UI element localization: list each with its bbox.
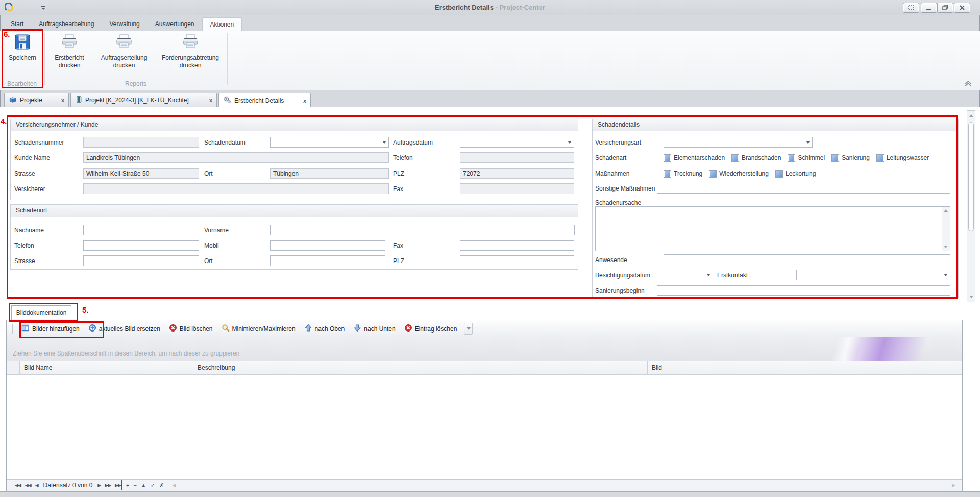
doc-tab-projekte[interactable]: Projekte x: [4, 93, 69, 107]
kunde-plz-input[interactable]: [460, 168, 574, 179]
edit-record-button[interactable]: ▲: [141, 480, 146, 490]
schadenort-fax-input[interactable]: [460, 240, 574, 251]
ribbon-tab-verwaltung[interactable]: Verwaltung: [102, 17, 147, 31]
versicherer-input[interactable]: [83, 183, 389, 194]
schadenort-telefon-input[interactable]: [83, 240, 199, 251]
besichtigungsdatum-combo[interactable]: [657, 270, 713, 280]
restore-button[interactable]: [937, 3, 953, 13]
cancel-edit-button[interactable]: ✗: [159, 480, 164, 490]
fullscreen-button[interactable]: [903, 3, 919, 13]
prev-record-button[interactable]: ◀: [35, 480, 38, 490]
scroll-right-button[interactable]: ▶: [952, 480, 955, 490]
doc-tab-projekt[interactable]: Projekt [K_2024-3] [K_LK-TÜ_Kirchte] x: [70, 93, 217, 107]
speichern-button[interactable]: Speichern: [2, 32, 43, 79]
column-header-bild-name[interactable]: Bild Name: [20, 361, 193, 375]
schadenort-ort-label: Ort: [204, 255, 213, 267]
bilddokumentation-tab[interactable]: Bilddokumentation: [11, 305, 71, 320]
first-record-button[interactable]: ◀◀: [14, 480, 21, 490]
vorname-input[interactable]: [270, 225, 575, 235]
ribbon-group-reports: Reports: [45, 79, 227, 89]
ribbon-tab-aktionen[interactable]: Aktionen: [202, 17, 242, 31]
kunde-telefon-input[interactable]: [460, 152, 574, 163]
versicherungsart-label: Versicherungsart: [595, 137, 641, 148]
checkbox-trocknung[interactable]: Trocknung: [664, 170, 702, 178]
chevron-down-icon[interactable]: [565, 137, 574, 147]
erstbericht-form: Versicherungsnehmer / Kunde Schadensnumm…: [0, 107, 980, 302]
auftragserteilung-drucken-button[interactable]: Auftragserteilung drucken: [94, 32, 154, 79]
checkbox-schimmel[interactable]: Schimmel: [788, 154, 825, 162]
bild-ersetzen-button[interactable]: aktuelles Bild ersetzen: [85, 322, 164, 336]
chevron-down-icon[interactable]: [941, 270, 950, 280]
last-record-button[interactable]: ▶▶: [115, 480, 122, 490]
memo-scrollbar[interactable]: [942, 207, 950, 251]
auftragsdatum-combo[interactable]: [460, 137, 574, 148]
checkbox-elementarschaden[interactable]: Elementarschaden: [664, 154, 725, 162]
group-by-bar[interactable]: Ziehen Sie eine Spaltenüberschrift in di…: [7, 337, 962, 362]
checkbox-leckortung[interactable]: Leckortung: [775, 170, 816, 178]
collapse-ribbon-icon[interactable]: [964, 80, 973, 89]
sanierungsbeginn-input[interactable]: [657, 285, 950, 296]
ribbon-tab-auftragsbearbeitung[interactable]: Auftragsbearbeitung: [31, 17, 102, 31]
schadenort-plz-input[interactable]: [460, 255, 574, 266]
vorname-label: Vorname: [204, 225, 229, 236]
scroll-left-button[interactable]: ◀: [172, 480, 175, 490]
erstbericht-drucken-button[interactable]: Erstbericht drucken: [46, 32, 93, 79]
grid-body-empty[interactable]: [7, 375, 962, 480]
toolbar-grip-handle[interactable]: [10, 324, 13, 334]
scrollbar-down-icon[interactable]: [969, 296, 973, 298]
column-header-beschreibung[interactable]: Beschreibung: [193, 361, 648, 375]
checkbox-wiederherstellung[interactable]: Wiederherstellung: [709, 170, 769, 178]
schadenort-strasse-input[interactable]: [83, 255, 199, 266]
chevron-down-icon[interactable]: [380, 137, 388, 147]
checkbox-leitungswasser[interactable]: Leitungswasser: [876, 154, 929, 162]
next-record-button[interactable]: ▶: [97, 480, 101, 490]
kunde-fax-input[interactable]: [460, 183, 574, 194]
chevron-down-icon[interactable]: [803, 137, 812, 147]
schadendatum-combo[interactable]: [270, 137, 389, 148]
scroll-down-icon[interactable]: [944, 246, 948, 248]
scrollbar-thumb[interactable]: [968, 122, 974, 231]
schadenursache-textarea[interactable]: [595, 206, 950, 251]
schadenort-ort-input[interactable]: [270, 255, 385, 266]
bilder-hinzufuegen-button[interactable]: Bilder hinzufügen: [18, 322, 83, 336]
ribbon-tab-start[interactable]: Start: [3, 17, 31, 31]
next-page-button[interactable]: ▶▶: [105, 480, 111, 490]
checkbox-sanierung[interactable]: Sanierung: [831, 154, 870, 162]
anwesende-input[interactable]: [664, 254, 950, 265]
sonstige-massnahmen-input[interactable]: [657, 183, 950, 194]
scroll-up-icon[interactable]: [944, 209, 948, 212]
record-navigator: ◀◀ ◀◀ ◀ Datensatz 0 von 0 ▶ ▶▶ ▶▶ + − ▲ …: [7, 479, 962, 491]
post-edit-button[interactable]: ✓: [151, 480, 155, 490]
mobil-input[interactable]: [270, 240, 385, 251]
doc-tab-erstbericht-close-icon[interactable]: x: [303, 98, 306, 104]
minimieren-maximieren-button[interactable]: Minimieren/Maximieren: [218, 322, 299, 336]
kunde-ort-input[interactable]: [270, 168, 389, 179]
doc-tab-projekte-close-icon[interactable]: x: [61, 97, 64, 103]
chevron-down-icon[interactable]: [704, 270, 713, 280]
prev-page-button[interactable]: ◀◀: [25, 480, 31, 490]
close-button[interactable]: [954, 3, 970, 13]
checkbox-brandschaden[interactable]: Brandschaden: [731, 154, 781, 162]
nach-oben-button[interactable]: nach Oben: [301, 322, 349, 336]
minimize-button[interactable]: [921, 3, 937, 13]
bild-loeschen-button[interactable]: Bild löschen: [165, 322, 216, 336]
toolbar-overflow-button[interactable]: [464, 323, 473, 335]
append-record-button[interactable]: +: [126, 480, 129, 490]
doc-tab-projekt-close-icon[interactable]: x: [209, 97, 212, 103]
doc-tab-erstbericht-details[interactable]: Erstbericht Details x: [218, 93, 311, 107]
eintrag-loeschen-button[interactable]: Eintrag löschen: [401, 322, 461, 336]
scrollbar-up-icon[interactable]: [969, 114, 973, 117]
nach-unten-button[interactable]: nach Unten: [350, 322, 399, 336]
column-header-bild[interactable]: Bild: [648, 361, 962, 375]
schadenort-telefon-label: Telefon: [14, 240, 34, 251]
delete-record-button[interactable]: −: [133, 480, 136, 490]
versicherungsart-combo[interactable]: [664, 137, 813, 148]
bilder-toolbar: Bilder hinzufügen aktuelles Bild ersetze…: [7, 320, 962, 338]
forderungsabtretung-drucken-button[interactable]: Forderungsabtretung drucken: [155, 32, 226, 79]
kunde-strasse-input[interactable]: [83, 168, 199, 179]
nachname-input[interactable]: [83, 225, 199, 235]
erstkontakt-combo[interactable]: [796, 270, 950, 280]
ribbon-tab-auswertungen[interactable]: Auswertungen: [148, 17, 202, 31]
schadensnummer-input[interactable]: [83, 137, 199, 148]
kunde-name-input[interactable]: [83, 152, 389, 163]
